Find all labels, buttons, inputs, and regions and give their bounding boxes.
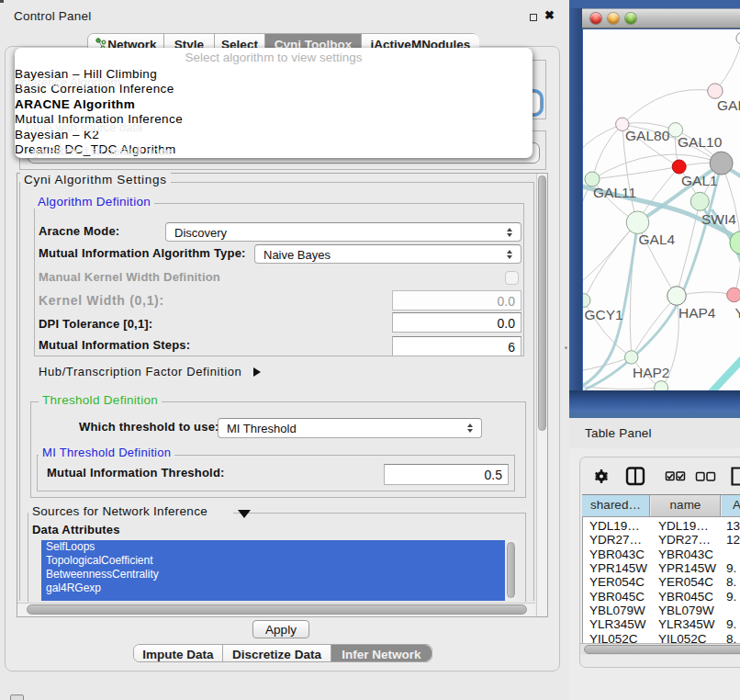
svg-text:GAL80: GAL80 — [625, 128, 670, 143]
svg-text:GAL1: GAL1 — [681, 173, 718, 188]
svg-text:GAL11: GAL11 — [593, 185, 636, 200]
svg-text:GAL4: GAL4 — [639, 231, 676, 247]
svg-text:GCY1: GCY1 — [585, 307, 623, 322]
svg-text:GAL7: GAL7 — [717, 97, 740, 113]
svg-text:HAP4: HAP4 — [678, 305, 716, 321]
svg-text:HAP2: HAP2 — [633, 365, 670, 380]
svg-text:SWI4: SWI4 — [701, 211, 736, 227]
svg-text:Y: Y — [735, 305, 740, 321]
svg-text:GAL10: GAL10 — [678, 134, 723, 150]
